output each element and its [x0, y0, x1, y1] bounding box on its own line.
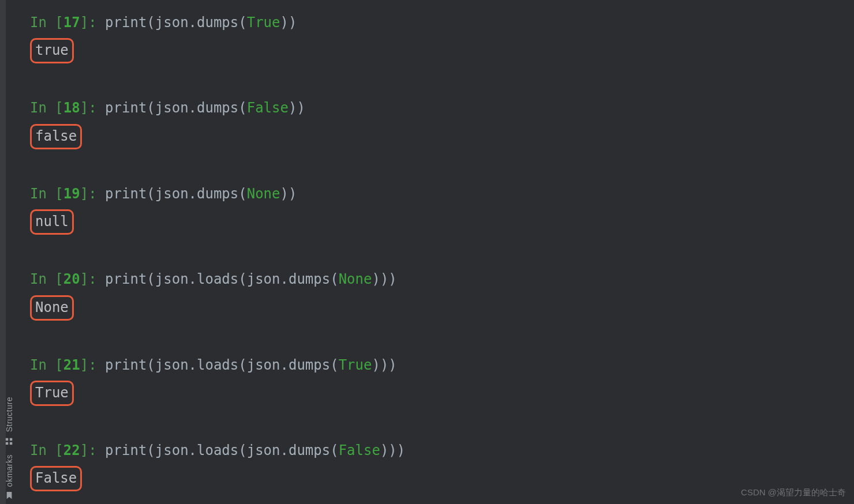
repl-output-line: true: [30, 33, 854, 63]
svg-rect-1: [10, 438, 12, 440]
repl-input-line[interactable]: In [22]: print(json.loads(json.dumps(Fal…: [30, 439, 854, 461]
watermark: CSDN @渴望力量的哈士奇: [741, 487, 846, 498]
output-text: False: [35, 470, 77, 486]
repl-cell: In [17]: print(json.dumps(True))true: [30, 12, 854, 63]
repl-input-line[interactable]: In [20]: print(json.loads(json.dumps(Non…: [30, 268, 854, 290]
sidebar-label-bookmarks: okmarks: [5, 454, 14, 487]
repl-content[interactable]: In [17]: print(json.dumps(True))trueIn […: [18, 0, 854, 504]
output-text: true: [35, 42, 69, 58]
repl-cell: In [20]: print(json.loads(json.dumps(Non…: [30, 268, 854, 320]
sidebar-item-structure[interactable]: Structure: [5, 397, 14, 445]
repl-cell: In [22]: print(json.loads(json.dumps(Fal…: [30, 439, 854, 491]
repl-output-line: False: [30, 461, 854, 491]
output-highlight-box: true: [30, 38, 74, 63]
output-highlight-box: null: [30, 209, 74, 235]
svg-rect-2: [6, 442, 8, 444]
output-highlight-box: False: [30, 466, 82, 491]
output-text: null: [35, 213, 69, 230]
repl-input-line[interactable]: In [18]: print(json.dumps(False)): [30, 97, 854, 119]
repl-output-line: false: [30, 119, 854, 149]
svg-rect-0: [6, 438, 8, 440]
tool-sidebar: Structure okmarks: [0, 0, 18, 504]
svg-rect-3: [10, 442, 12, 444]
repl-input-line[interactable]: In [19]: print(json.dumps(None)): [30, 183, 854, 205]
repl-input-line[interactable]: In [17]: print(json.dumps(True)): [30, 12, 854, 33]
output-highlight-box: false: [30, 124, 82, 149]
output-highlight-box: True: [30, 381, 74, 406]
repl-cell: In [19]: print(json.dumps(None))null: [30, 183, 854, 235]
repl-output-line: null: [30, 205, 854, 235]
sidebar-item-bookmarks[interactable]: okmarks: [5, 454, 14, 499]
sidebar-label-structure: Structure: [5, 397, 14, 432]
output-text: false: [35, 128, 77, 144]
output-text: None: [35, 299, 69, 315]
structure-icon: [5, 437, 13, 445]
repl-output-line: True: [30, 376, 854, 406]
repl-cell: In [18]: print(json.dumps(False))false: [30, 97, 854, 149]
bookmark-icon: [5, 491, 13, 499]
output-text: True: [35, 385, 69, 401]
repl-cell: In [21]: print(json.loads(json.dumps(Tru…: [30, 354, 854, 406]
output-highlight-box: None: [30, 295, 74, 321]
repl-output-line: None: [30, 291, 854, 321]
repl-input-line[interactable]: In [21]: print(json.loads(json.dumps(Tru…: [30, 354, 854, 376]
